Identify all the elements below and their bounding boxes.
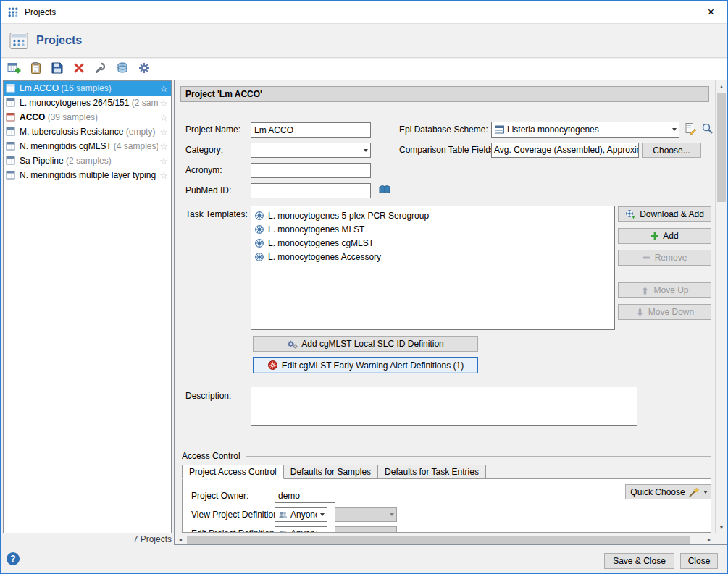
project-count: (2 samples) xyxy=(66,156,112,166)
project-name: Sa Pipeline xyxy=(20,156,64,166)
project-owner-label: Project Owner: xyxy=(191,489,248,503)
task-template-item[interactable]: L. monocytogenes Accessory xyxy=(251,250,614,263)
tab-defaults-for-task-entries[interactable]: Defaults for Task Entries xyxy=(377,465,486,479)
paste-button[interactable] xyxy=(28,62,43,77)
pubmed-input[interactable] xyxy=(251,183,371,198)
tab-defaults-for-samples[interactable]: Defaults for Samples xyxy=(283,465,378,479)
scroll-down-button[interactable]: ▼ xyxy=(716,521,727,533)
close-window-button[interactable]: × xyxy=(695,1,727,23)
view-definition-user-select[interactable] xyxy=(335,507,397,522)
category-label: Category: xyxy=(185,143,223,158)
tab-project-access-control[interactable]: Project Access Control xyxy=(182,465,284,479)
scroll-right-button[interactable]: ► xyxy=(703,533,715,545)
project-list-item[interactable]: N. meningitidis multiple layer typing (4… xyxy=(4,168,171,182)
preview-scheme-icon[interactable] xyxy=(701,122,714,135)
view-definition-select[interactable]: Anyone xyxy=(275,507,327,522)
star-icon[interactable]: ☆ xyxy=(158,127,170,138)
epi-scheme-select[interactable]: Listeria monocytogenes xyxy=(491,122,679,138)
acronym-input[interactable] xyxy=(251,163,371,178)
project-list-item[interactable]: M. tuberculosis Resistance (empty) ☆ xyxy=(4,124,171,139)
gears-icon xyxy=(287,339,298,350)
project-name: ACCO xyxy=(20,112,45,122)
pubmed-icon[interactable] xyxy=(378,183,391,196)
save-button[interactable] xyxy=(49,62,65,77)
clipboard-icon xyxy=(29,62,43,77)
star-icon[interactable]: ☆ xyxy=(158,112,170,123)
projects-icon xyxy=(9,32,29,50)
edit-definition-select[interactable]: Anyone xyxy=(275,526,327,533)
app-icon xyxy=(7,7,19,18)
edit-alert-definitions-button[interactable]: Edit cgMLST Early Warning Alert Definiti… xyxy=(253,357,478,373)
project-list-item[interactable]: ACCO (39 samples) ☆ xyxy=(4,110,171,124)
bottom-bar: ? Save & Close Close xyxy=(1,545,727,573)
move-up-button[interactable]: Move Up xyxy=(618,282,711,298)
access-control-tabs: Project Access Control Defaults for Samp… xyxy=(182,465,485,479)
scroll-up-button[interactable]: ▲ xyxy=(716,80,727,92)
help-icon[interactable]: ? xyxy=(7,552,20,565)
vertical-scrollbar[interactable]: ▲ ▼ xyxy=(715,80,727,533)
save-and-close-button[interactable]: Save & Close xyxy=(604,553,674,569)
move-down-button[interactable]: Move Down xyxy=(618,304,711,320)
close-icon: × xyxy=(708,6,714,19)
project-icon xyxy=(6,170,17,180)
task-wheel-icon xyxy=(254,211,264,221)
project-name: Lm ACCO xyxy=(20,83,59,93)
vertical-scroll-thumb[interactable] xyxy=(717,93,726,202)
access-control-caption: Access Control xyxy=(182,451,240,461)
task-template-item[interactable]: L. monocytogenes cgMLST xyxy=(251,236,614,250)
star-icon[interactable]: ☆ xyxy=(158,98,170,109)
add-template-button[interactable]: Add xyxy=(618,228,711,244)
edit-definition-value: Anyone xyxy=(290,528,317,533)
choose-fields-button[interactable]: Choose... xyxy=(642,143,701,158)
category-select[interactable] xyxy=(251,143,371,158)
star-icon[interactable]: ☆ xyxy=(158,83,170,94)
project-list-item[interactable]: Lm ACCO (16 samples) ☆ xyxy=(4,81,171,96)
acronym-label: Acronym: xyxy=(185,163,222,178)
edit-project-definition-label: Edit Project Definition: xyxy=(191,526,277,533)
epi-scheme-value: Listeria monocytogenes xyxy=(507,124,669,135)
task-template-item[interactable]: L. monocytogenes MLST xyxy=(251,222,614,236)
task-wheel-icon xyxy=(254,224,264,235)
detail-region: Project 'Lm ACCO' Project Name: Category… xyxy=(174,80,727,545)
task-templates-list[interactable]: L. monocytogenes 5-plex PCR Serogroup L.… xyxy=(251,206,615,330)
toolbar xyxy=(1,59,727,80)
quick-choose-button[interactable]: Quick Choose xyxy=(625,484,711,499)
new-project-icon xyxy=(7,62,21,77)
project-list-item[interactable]: N. meningitidis cgMLST (4 samples) ☆ xyxy=(4,139,171,153)
project-count: (4 samples) xyxy=(114,141,158,151)
close-button[interactable]: Close xyxy=(680,553,718,569)
project-icon xyxy=(6,83,17,93)
remove-template-button[interactable]: Remove xyxy=(618,250,711,266)
project-list-item[interactable]: L. monocytogenes 2645/151 (2 samples) ☆ xyxy=(4,96,171,110)
add-slc-definition-button[interactable]: Add cgMLST Local SLC ID Definition xyxy=(253,336,478,352)
people-icon xyxy=(278,510,288,519)
project-owner-input[interactable] xyxy=(275,489,335,503)
description-textarea[interactable] xyxy=(251,387,637,426)
section-divider xyxy=(246,456,711,457)
project-icon xyxy=(6,141,17,151)
description-label: Description: xyxy=(185,389,231,404)
new-project-button[interactable] xyxy=(6,62,22,77)
save-icon xyxy=(51,62,64,77)
task-template-item[interactable]: L. monocytogenes 5-plex PCR Serogroup xyxy=(251,208,614,222)
download-add-button[interactable]: Download & Add xyxy=(618,206,711,222)
horizontal-scrollbar[interactable]: ◄ ► xyxy=(175,533,715,544)
star-icon[interactable]: ☆ xyxy=(158,141,170,152)
project-name-input[interactable] xyxy=(251,122,371,138)
edit-definition-user-select[interactable] xyxy=(335,526,397,533)
chevron-down-icon xyxy=(703,491,708,494)
star-icon[interactable]: ☆ xyxy=(158,156,170,166)
task-wheel-icon xyxy=(254,238,264,248)
gear-icon xyxy=(138,62,151,77)
star-icon[interactable]: ☆ xyxy=(158,170,170,181)
title-bar: Projects × xyxy=(1,1,727,23)
arrow-up-icon xyxy=(640,286,650,295)
horizontal-scroll-thumb[interactable] xyxy=(187,536,690,544)
settings-button[interactable] xyxy=(136,62,152,77)
project-list-item[interactable]: Sa Pipeline (2 samples) ☆ xyxy=(4,153,171,168)
edit-scheme-icon[interactable] xyxy=(685,122,697,135)
database-button[interactable] xyxy=(114,62,130,77)
delete-button[interactable] xyxy=(71,62,87,77)
tools-button[interactable] xyxy=(93,62,109,77)
scroll-left-button[interactable]: ◄ xyxy=(175,533,186,545)
